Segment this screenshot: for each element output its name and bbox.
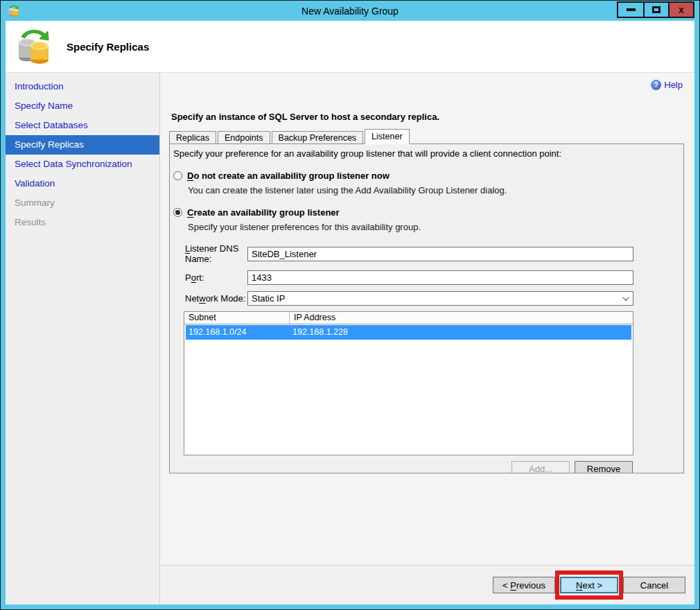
titlebar[interactable]: New Availability Group x (1, 1, 699, 21)
maximize-icon (652, 6, 660, 13)
chevron-down-icon (622, 294, 629, 301)
help-icon: ? (651, 80, 661, 90)
port-input[interactable] (247, 270, 633, 285)
sidebar-item-specify-replicas[interactable]: Specify Replicas (6, 135, 159, 155)
subnet-ip-grid[interactable]: Subnet IP Address 192.168.1.0/24 192.168… (184, 311, 633, 455)
listener-tab-panel: Specify your preference for an availabil… (169, 143, 684, 473)
close-button[interactable]: x (668, 3, 693, 17)
radio-create-listener-label: Create an availability group listener (187, 207, 340, 218)
dialog-body: Specify Replicas Introduction Specify Na… (6, 21, 694, 604)
main-pane: ? Help Specify an instance of SQL Server… (160, 73, 694, 604)
content-area: Introduction Specify Name Select Databas… (6, 73, 694, 604)
radio-no-listener-label: Do not create an availability group list… (187, 171, 390, 181)
network-mode-value: Static IP (252, 293, 285, 304)
radio-create-listener[interactable]: Create an availability group listener (173, 207, 683, 218)
sidebar-item-validation[interactable]: Validation (6, 174, 159, 193)
grid-actions: Add... Remove (184, 461, 633, 473)
sidebar-item-specify-name[interactable]: Specify Name (6, 96, 159, 116)
tab-replicas[interactable]: Replicas (169, 131, 216, 144)
port-label: Port: (185, 272, 247, 283)
dns-name-row: Listener DNS Name: (185, 243, 683, 264)
network-mode-label: Network Mode: (185, 293, 247, 304)
previous-button[interactable]: < Previous (493, 577, 555, 593)
port-row: Port: (185, 270, 683, 285)
listener-dns-name-input[interactable] (247, 247, 633, 261)
grid-header: Subnet IP Address (184, 312, 633, 324)
tab-area: Replicas Endpoints Backup Preferences Li… (169, 129, 684, 473)
window-title: New Availability Group (1, 6, 699, 17)
wizard-steps-sidebar: Introduction Specify Name Select Databas… (6, 73, 160, 604)
radio-create-listener-description: Specify your listener preferences for th… (188, 222, 683, 232)
page-title: Specify Replicas (67, 41, 149, 53)
help-link[interactable]: ? Help (651, 80, 683, 90)
maximize-button[interactable] (643, 3, 668, 17)
tab-endpoints[interactable]: Endpoints (218, 131, 270, 144)
wizard-header: Specify Replicas (6, 21, 694, 73)
radio-no-listener[interactable]: Do not create an availability group list… (173, 171, 683, 181)
close-icon: x (679, 5, 684, 15)
minimize-button[interactable] (618, 3, 643, 17)
instruction-text: Specify an instance of SQL Server to hos… (171, 112, 694, 122)
sidebar-item-summary: Summary (6, 193, 159, 213)
column-header-ip-address[interactable]: IP Address (290, 312, 633, 324)
add-button: Add... (511, 461, 570, 473)
tab-backup-preferences[interactable]: Backup Preferences (272, 131, 364, 144)
help-label: Help (664, 80, 683, 90)
listener-intro-text: Specify your preference for an availabil… (173, 148, 683, 159)
replica-database-icon (15, 27, 53, 66)
radio-circle-selected[interactable] (173, 208, 182, 217)
sidebar-item-introduction[interactable]: Introduction (6, 77, 159, 96)
annotation-red-box: Next > (555, 570, 623, 600)
sidebar-item-results: Results (6, 213, 159, 232)
column-header-subnet[interactable]: Subnet (184, 312, 290, 324)
help-row: ? Help (160, 73, 694, 90)
next-button[interactable]: Next > (560, 577, 618, 593)
new-availability-group-dialog: New Availability Group x Specify Replica… (0, 0, 700, 610)
radio-circle-unselected[interactable] (173, 171, 182, 180)
remove-button[interactable]: Remove (575, 461, 633, 473)
sidebar-item-select-data-synchronization[interactable]: Select Data Synchronization (6, 155, 159, 174)
minimize-icon (627, 8, 636, 11)
sidebar-item-select-databases[interactable]: Select Databases (6, 116, 159, 135)
window-controls: x (617, 1, 694, 18)
main-content: ? Help Specify an instance of SQL Server… (160, 73, 694, 565)
listener-dns-name-label: Listener DNS Name: (185, 243, 247, 264)
tab-listener[interactable]: Listener (365, 129, 409, 144)
tab-strip: Replicas Endpoints Backup Preferences Li… (169, 129, 684, 144)
radio-no-listener-description: You can create the listener later using … (188, 185, 683, 195)
network-mode-select[interactable]: Static IP (247, 291, 633, 306)
cell-subnet: 192.168.1.0/24 (186, 325, 290, 340)
cell-ip-address: 192.168.1.228 (290, 325, 631, 340)
network-mode-row: Network Mode: Static IP (185, 291, 683, 306)
cancel-button[interactable]: Cancel (623, 577, 685, 593)
table-row[interactable]: 192.168.1.0/24 192.168.1.228 (186, 325, 631, 340)
wizard-footer: < Previous Next > Cancel (160, 565, 694, 604)
